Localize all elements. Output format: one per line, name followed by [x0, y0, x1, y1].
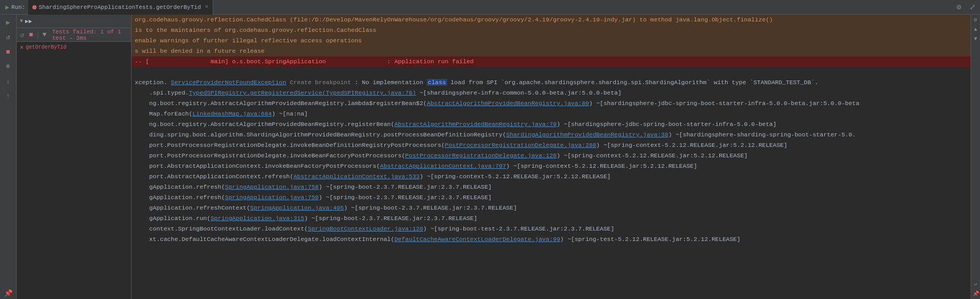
error-dot [32, 5, 37, 9]
run-play-icon: ▶ [5, 3, 9, 12]
console-area: org.codehaus.groovy.reflection.CachedCla… [132, 15, 971, 299]
stop-button[interactable]: ■ [28, 30, 34, 40]
rerun-button[interactable]: ↺ [19, 30, 26, 40]
link-aac-707[interactable]: AbstractApplicationContext.java:707 [380, 163, 506, 169]
log-line: .spi.typed.TypedSPIRegistry.getRegistere… [132, 88, 971, 98]
link-dcald-99[interactable]: DefaultCacheAwareContextLoaderDelegate.j… [394, 236, 560, 243]
log-line: gApplication.refresh(SpringApplication.j… [132, 182, 971, 192]
sidebar-stop-icon[interactable]: ■ [3, 46, 14, 58]
fail-icon: ✕ [20, 43, 24, 51]
log-line: s will be denied in a future release [132, 46, 971, 56]
run-text: Run: [11, 4, 25, 10]
log-line: gApplication.refresh(SpringApplication.j… [132, 192, 971, 203]
link-service-provider[interactable]: ServiceProviderNotFoundException [171, 79, 286, 86]
link-sa-750[interactable]: SpringApplication.java:750 [225, 194, 319, 201]
log-line: port.PostProcessorRegistrationDelegate.i… [132, 140, 971, 151]
log-line: port.AbstractApplicationContext.invokeBe… [132, 161, 971, 171]
link-pprd-280[interactable]: PostProcessorRegistrationDelegate.java:2… [445, 142, 597, 148]
sidebar-add-icon[interactable]: ⊕ [3, 61, 14, 72]
link-sharding-alg[interactable]: ShardingAlgorithmProvidedBeanRegistry.ja… [506, 131, 669, 138]
settings-icon[interactable]: ⚙ [953, 3, 965, 12]
test-panel-label: ▶▶ [25, 18, 32, 25]
link-sbcl-120[interactable]: SpringBootContextLoader.java:120 [308, 225, 423, 232]
filter-button[interactable]: ▼ [41, 30, 48, 40]
log-line: is to the maintainers of org.codehaus.gr… [132, 25, 971, 36]
sidebar-run-icon[interactable]: ▶ [3, 17, 14, 28]
link-registerbean[interactable]: AbstractAlgorithmProvidedBeanRegistry.ja… [394, 121, 557, 128]
link-sa-315[interactable]: SpringApplication.java:315 [211, 215, 304, 222]
log-line: org.codehaus.groovy.reflection.CachedCla… [132, 15, 971, 25]
highlight-class: class [427, 79, 447, 86]
tab-name: ShardingSphereProApplicationTests.getOrd… [39, 4, 201, 10]
right-pin-icon[interactable]: 📌 [972, 290, 980, 298]
left-sidebar: ▶ ↺ ■ ⊕ ↓ ↑ 📌 [0, 15, 17, 299]
link-sa-758[interactable]: SpringApplication.java:758 [225, 183, 319, 190]
link-abstractalg[interactable]: AbstractAlgorithmProvidedBeanRegistry.ja… [427, 100, 589, 107]
log-line: ng.boot.registry.AbstractAlgorithmProvid… [132, 119, 971, 130]
tab-bar: ▶ Run: ShardingSphereProApplicationTests… [0, 0, 980, 15]
log-line: enable warnings of further illegal refle… [132, 36, 971, 46]
link-aac-533[interactable]: AbstractApplicationContext.java:533 [294, 173, 420, 180]
console-toolbar: ↺ ■ ▼ Tests failed: 1 of 1 test – 3ms [17, 28, 131, 42]
log-line-error: -- [ main] o.s.boot.SpringApplication : … [132, 56, 971, 67]
test-panel-header: ▼ ▶▶ [17, 15, 131, 28]
expand-arrow[interactable]: ▼ [20, 18, 23, 24]
tab-close-button[interactable]: × [205, 4, 208, 10]
test-tab[interactable]: ShardingSphereProApplicationTests.getOrd… [28, 0, 213, 15]
right-wrap-icon[interactable]: ↩ [972, 280, 980, 289]
right-settings-icon[interactable]: ⚙ [972, 16, 980, 24]
log-line: Map.forEach(LinkedHashMap.java:684) ~[na… [132, 109, 971, 119]
test-results-panel: ▼ ▶▶ ↺ ■ ▼ Tests failed: 1 of 1 test – 3… [17, 15, 132, 299]
console-log[interactable]: org.codehaus.groovy.reflection.CachedCla… [132, 15, 971, 299]
sidebar-down-icon[interactable]: ↓ [3, 75, 14, 87]
sidebar-rerun-icon[interactable]: ↺ [3, 31, 14, 43]
link-sa-405[interactable]: SpringApplication.java:405 [250, 204, 344, 211]
log-line: xt.cache.DefaultCacheAwareContextLoaderD… [132, 234, 971, 245]
link-typedspi[interactable]: TypedSPIRegistry.getRegisteredService(Ty… [189, 89, 416, 96]
log-line-exception: xception. ServiceProviderNotFoundExcepti… [132, 77, 971, 88]
test-method-name: getOrderByTid [26, 44, 66, 50]
log-line: context.SpringBootContextLoader.loadCont… [132, 224, 971, 234]
log-line: ding.spring.boot.algorithm.ShardingAlgor… [132, 130, 971, 140]
log-line: port.PostProcessorRegistrationDelegate.i… [132, 151, 971, 161]
sidebar-up-icon[interactable]: ↑ [3, 90, 14, 101]
external-icon[interactable]: ⤢ [965, 3, 980, 12]
test-fail-status: Tests failed: 1 of 1 test – 3ms [52, 29, 121, 41]
right-up-icon[interactable]: ▲ [972, 25, 980, 33]
log-line [132, 67, 971, 77]
log-line: port.AbstractApplicationContext.refresh(… [132, 171, 971, 182]
main-area: ▶ ↺ ■ ⊕ ↓ ↑ 📌 ▼ ▶▶ ↺ ■ ▼ Tests failed: 1… [0, 15, 980, 299]
log-line: gApplication.run(SpringApplication.java:… [132, 213, 971, 224]
sidebar-pin-icon[interactable]: 📌 [3, 288, 14, 299]
right-down-icon[interactable]: ▼ [972, 34, 980, 43]
toolbar-divider [38, 31, 38, 39]
link-pprd-126[interactable]: PostProcessorRegistrationDelegate.java:1… [405, 152, 557, 159]
right-toolbar: ⚙ ▲ ▼ ↩ 📌 [971, 15, 980, 299]
run-label: ▶ Run: [2, 3, 28, 12]
log-line: gApplication.refreshContext(SpringApplic… [132, 203, 971, 213]
log-line: ng.boot.registry.AbstractAlgorithmProvid… [132, 98, 971, 109]
link-linkedhashmap[interactable]: LinkedHashMap.java:684 [192, 110, 272, 117]
test-status-bar: Tests failed: 1 of 1 test – 3ms [50, 29, 129, 41]
test-result-item: ✕ getOrderByTid [17, 42, 131, 53]
